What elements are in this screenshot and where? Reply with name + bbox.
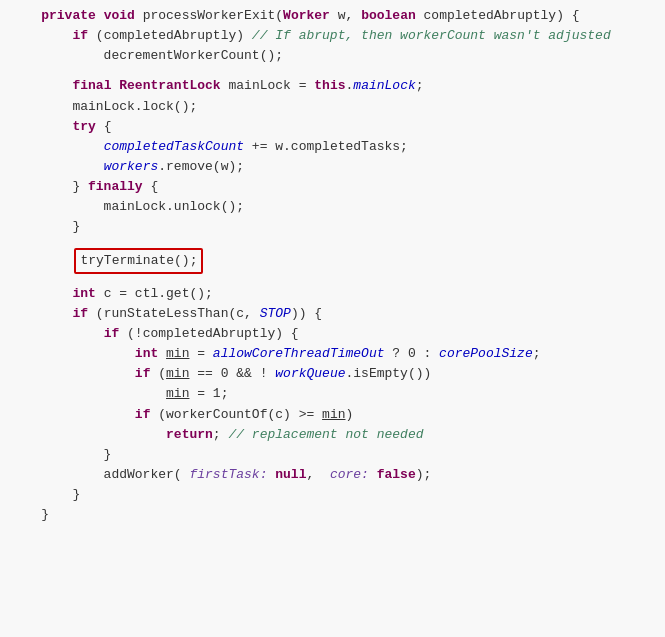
- line-content-24: }: [10, 445, 111, 465]
- line-content-27: }: [10, 505, 49, 525]
- code-line-10: } finally {: [0, 177, 665, 197]
- code-line-11: mainLock.unlock();: [0, 197, 665, 217]
- line-content-20: if (min == 0 && ! workQueue.isEmpty()): [10, 364, 431, 384]
- code-line-21: min = 1;: [0, 384, 665, 404]
- line-content-8: completedTaskCount += w.completedTasks;: [10, 137, 408, 157]
- code-line-5: final ReentrantLock mainLock = this.main…: [0, 76, 665, 96]
- line-content-22: if (workerCountOf(c) >= min): [10, 405, 353, 425]
- code-line-17: if (runStateLessThan(c, STOP)) {: [0, 304, 665, 324]
- blank-1: [0, 66, 665, 76]
- blank-3: [0, 274, 665, 284]
- code-line-3: decrementWorkerCount();: [0, 46, 665, 66]
- line-content-11: mainLock.unlock();: [10, 197, 244, 217]
- code-line-16: int c = ctl.get();: [0, 284, 665, 304]
- code-line-14: tryTerminate();: [0, 248, 665, 274]
- line-content-16: int c = ctl.get();: [10, 284, 213, 304]
- code-line-25: addWorker( firstTask: null, core: false)…: [0, 465, 665, 485]
- code-line-6: mainLock.lock();: [0, 97, 665, 117]
- code-line-20: if (min == 0 && ! workQueue.isEmpty()): [0, 364, 665, 384]
- line-content-12: }: [10, 217, 80, 237]
- line-content-23: return; // replacement not needed: [10, 425, 424, 445]
- code-line-19: int min = allowCoreThreadTimeOut ? 0 : c…: [0, 344, 665, 364]
- line-content-26: }: [10, 485, 80, 505]
- line-content-7: try {: [10, 117, 111, 137]
- line-content-10: } finally {: [10, 177, 158, 197]
- line-content-5: final ReentrantLock mainLock = this.main…: [10, 76, 424, 96]
- code-line-8: completedTaskCount += w.completedTasks;: [0, 137, 665, 157]
- line-content-9: workers.remove(w);: [10, 157, 244, 177]
- line-content-19: int min = allowCoreThreadTimeOut ? 0 : c…: [10, 344, 541, 364]
- line-content-1: private void processWorkerExit(Worker w,…: [10, 6, 580, 26]
- code-line-24: }: [0, 445, 665, 465]
- line-content-6: mainLock.lock();: [10, 97, 197, 117]
- blank-2: [0, 238, 665, 248]
- code-line-18: if (!completedAbruptly) {: [0, 324, 665, 344]
- code-line-22: if (workerCountOf(c) >= min): [0, 405, 665, 425]
- line-content-3: decrementWorkerCount();: [10, 46, 283, 66]
- highlight-box: tryTerminate();: [74, 248, 203, 274]
- line-content-2: if (completedAbruptly) // If abrupt, the…: [10, 26, 611, 46]
- code-line-12: }: [0, 217, 665, 237]
- code-line-2: if (completedAbruptly) // If abrupt, the…: [0, 26, 665, 46]
- code-editor: private void processWorkerExit(Worker w,…: [0, 0, 665, 637]
- line-content-18: if (!completedAbruptly) {: [10, 324, 299, 344]
- line-content-14: tryTerminate();: [10, 248, 203, 274]
- code-line-1: private void processWorkerExit(Worker w,…: [0, 6, 665, 26]
- code-line-26: }: [0, 485, 665, 505]
- line-content-17: if (runStateLessThan(c, STOP)) {: [10, 304, 322, 324]
- line-content-25: addWorker( firstTask: null, core: false)…: [10, 465, 431, 485]
- code-line-9: workers.remove(w);: [0, 157, 665, 177]
- code-line-27: }: [0, 505, 665, 525]
- code-line-7: try {: [0, 117, 665, 137]
- code-line-23: return; // replacement not needed: [0, 425, 665, 445]
- line-content-21: min = 1;: [10, 384, 228, 404]
